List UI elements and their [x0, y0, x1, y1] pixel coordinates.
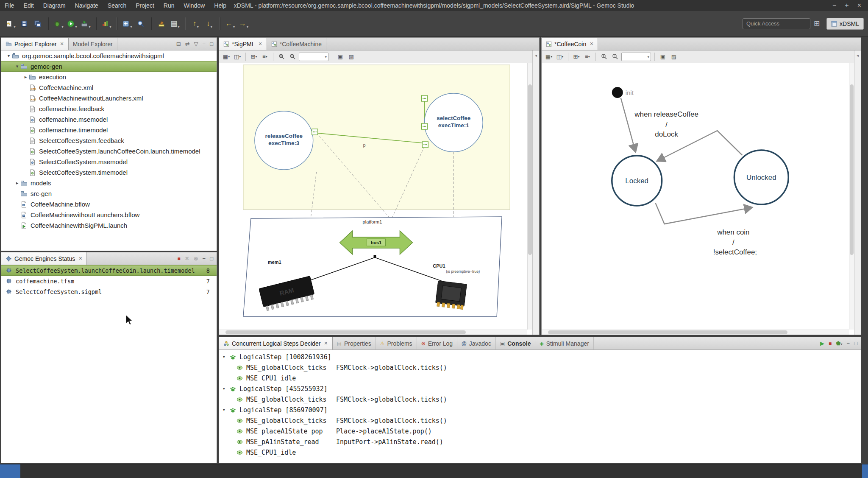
tab-properties[interactable]: ▤ Properties	[333, 337, 376, 349]
logical-step-row[interactable]: ▾ LogicalStep [856970097]	[219, 405, 861, 415]
port-icon[interactable]	[421, 95, 427, 101]
minimize-view-icon[interactable]: −	[847, 340, 850, 347]
coverage-button[interactable]: ▾	[100, 16, 113, 31]
menu-search[interactable]: Search	[103, 1, 131, 10]
close-window-icon[interactable]: ×	[857, 2, 861, 9]
maximize-window-icon[interactable]: +	[845, 2, 849, 9]
tab-decider[interactable]: Concurrent Logical Steps Decider ✕	[219, 337, 333, 349]
export-image-button[interactable]: ▣	[658, 52, 668, 61]
tab-stimuli-manager[interactable]: ◈ Stimuli Manager	[535, 337, 593, 349]
dispose-all-engines-icon[interactable]: ⊗	[194, 255, 198, 262]
scrollbar-thumb[interactable]	[548, 330, 788, 334]
tree-item-src-gen[interactable]: src-gen	[1, 188, 217, 199]
collapsed-palette[interactable]: ◂	[532, 50, 539, 335]
minimize-view-icon[interactable]: −	[203, 255, 206, 262]
debug-button[interactable]: ▾	[52, 16, 65, 31]
coffeecoin-canvas[interactable]: init when releaseCoffee / doLock	[542, 63, 854, 335]
engine-row[interactable]: SelectCoffeeSystem.launchCoffeeCoin.laun…	[1, 265, 217, 276]
select-button[interactable]: ⊞▾	[249, 52, 259, 61]
mse-row[interactable]: MSE_globalClock_ticks FSMClock->globalCl…	[219, 362, 861, 373]
restore-palette-icon[interactable]: ◂	[535, 53, 537, 58]
minimize-window-icon[interactable]: −	[832, 2, 836, 9]
tab-sigpml[interactable]: *SigPML ✕	[219, 38, 267, 50]
restore-palette-icon[interactable]: ◂	[857, 53, 859, 58]
close-icon[interactable]: ✕	[258, 41, 262, 47]
quick-access-input[interactable]	[743, 18, 810, 29]
open-perspective-button[interactable]: ⊞	[810, 16, 823, 31]
layers-button[interactable]: ▦▾	[222, 52, 231, 61]
tree-item-models[interactable]: ▸ models	[1, 178, 217, 188]
perspective-xdsml-button[interactable]: xDSML	[826, 18, 864, 30]
new-wizard-button[interactable]: ▾	[4, 16, 17, 31]
port-icon[interactable]	[421, 123, 427, 129]
tab-error-log[interactable]: ⊗ Error Log	[417, 337, 457, 349]
grid-button[interactable]: ▨	[669, 52, 679, 61]
run-button[interactable]: ▾	[66, 16, 78, 31]
close-icon[interactable]: ✕	[60, 41, 64, 47]
engine-row[interactable]: SelectCoffeeSystem.sigpml 7	[1, 286, 217, 297]
tree-item-gemoc-gen[interactable]: ▾ gemoc-gen	[1, 61, 217, 72]
stop-engine-icon[interactable]: ■	[177, 256, 180, 262]
horizontal-scrollbar[interactable]	[219, 330, 527, 335]
scrollbar-thumb[interactable]	[225, 330, 466, 334]
toggle-mark-occurrences-button[interactable]	[155, 16, 168, 31]
decider-shield-icon[interactable]: ⬟▾	[836, 340, 842, 347]
mse-row[interactable]: MSE_CPU1_idle	[219, 373, 861, 383]
tree-item-coffeemachine-wol-bflow[interactable]: CoffeeMachinewithoutLaunchers.bflow	[1, 210, 217, 220]
zoom-level-combo[interactable]: ▾	[299, 53, 328, 61]
logical-step-row[interactable]: ▾ LogicalStep [1008261936]	[219, 352, 861, 362]
tab-project-explorer[interactable]: Project Explorer ✕	[1, 38, 69, 50]
expander-icon[interactable]: ▸	[14, 180, 20, 186]
grid-button[interactable]: ▨	[347, 52, 356, 61]
menu-help[interactable]: Help	[209, 1, 231, 10]
run-step-icon[interactable]: ▶	[820, 340, 824, 347]
save-all-button[interactable]	[31, 16, 44, 31]
tab-coffeemachine[interactable]: *CoffeeMachine	[267, 38, 326, 50]
horizontal-scrollbar[interactable]	[542, 330, 849, 335]
vertical-scrollbar[interactable]	[849, 63, 854, 330]
vertical-scrollbar[interactable]	[527, 63, 532, 330]
select-button[interactable]: ⊞▾	[572, 52, 581, 61]
tree-item-project[interactable]: ▾ org.gemoc.sample.bcool.coffeemachinewi…	[1, 50, 217, 61]
tree-item-scs-timemodel[interactable]: SelectCoffeeSystem.timemodel	[1, 167, 217, 178]
export-image-button[interactable]: ▣	[336, 52, 345, 61]
expander-icon[interactable]: ▾	[223, 354, 228, 360]
tab-javadoc[interactable]: @ Javadoc	[457, 337, 496, 349]
mse-row[interactable]: MSE_globalClock_ticks FSMClock->globalCl…	[219, 394, 861, 405]
close-icon[interactable]: ✕	[590, 41, 593, 47]
mse-row[interactable]: MSE_placeA1State_pop Place->placeA1State…	[219, 426, 861, 436]
expander-icon[interactable]: ▾	[6, 53, 12, 59]
menu-window[interactable]: Window	[179, 1, 209, 10]
menu-diagram[interactable]: Diagram	[39, 1, 70, 10]
menu-file[interactable]: File	[0, 1, 19, 10]
maximize-view-icon[interactable]: □	[210, 255, 213, 262]
maximize-view-icon[interactable]: □	[854, 340, 857, 347]
menu-run[interactable]: Run	[159, 1, 179, 10]
tree-item-msemodel[interactable]: coffemachine.msemodel	[1, 114, 217, 125]
expander-icon[interactable]: ▸	[22, 74, 29, 80]
close-icon[interactable]: ✕	[324, 341, 328, 346]
tab-gemoc-engines-status[interactable]: Gemoc Engines Status ✕	[1, 252, 87, 265]
maximize-view-icon[interactable]: □	[210, 41, 213, 47]
scrollbar-thumb[interactable]	[528, 84, 532, 255]
close-icon[interactable]: ✕	[78, 256, 82, 261]
menu-edit[interactable]: Edit	[19, 1, 39, 10]
tree-item-coffeemachine-bflow[interactable]: CoffeeMachine.bflow	[1, 199, 217, 210]
tree-item-feedback[interactable]: coffemachine.feedback	[1, 103, 217, 114]
expander-icon[interactable]: ▾	[14, 64, 20, 69]
zoom-in-button[interactable]	[599, 52, 609, 61]
collapse-all-icon[interactable]: ⊟	[176, 41, 181, 47]
zoom-out-button[interactable]	[610, 52, 620, 61]
scrollbar-thumb[interactable]	[850, 84, 854, 255]
view-menu-icon[interactable]: ▽	[194, 41, 198, 47]
engine-row[interactable]: coffemachine.tfsm 7	[1, 276, 217, 286]
state-locked[interactable]: Locked	[612, 156, 662, 206]
zoom-out-button[interactable]	[288, 52, 297, 61]
zoom-in-button[interactable]	[277, 52, 286, 61]
external-tools-button[interactable]: ▾	[79, 16, 92, 31]
menu-navigate[interactable]: Navigate	[70, 1, 103, 10]
actor-selectCoffee[interactable]: selectCoffee execTime:1	[424, 93, 483, 152]
tree-item-coffeemachine-xml[interactable]: xml CoffeeMachine.xml	[1, 82, 217, 93]
filters-button[interactable]: ◫▾	[233, 52, 242, 61]
tab-coffeecoin[interactable]: *CoffeeCoin ✕	[542, 38, 598, 50]
